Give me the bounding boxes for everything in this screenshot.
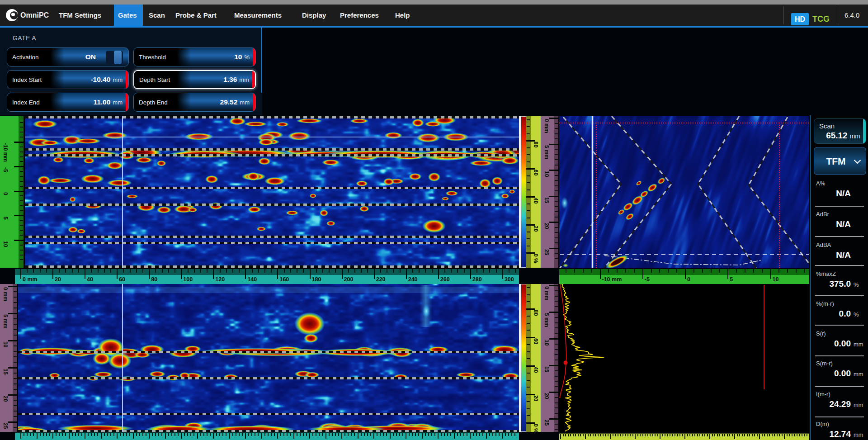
index-ruler-bottom-tick-zone [559,269,809,275]
scan-ruler-label: 300 [505,276,514,283]
measurement-value: 0.00 [834,339,851,349]
readings-list: A%N/AAdBrN/AAdBAN/A%maxZ375.0%%(m-r)0.0%… [811,115,868,440]
depth-ruler-bottom-right-label: 15 [543,366,550,372]
index-ruler-left-label: 0 [2,192,9,195]
gate-field-label: Index Start [12,71,42,89]
depth-ruler-left-label: 20 [2,396,9,402]
gate-field-value-row: 11.00mm [93,93,123,111]
omnipc-logo-dot [11,13,15,16]
index-ruler-bottom-label: -5 [645,276,650,283]
measurement-separator [815,236,864,237]
menu-item-probe-part[interactable]: Probe & Part [175,5,217,26]
depth-ruler-top-right-label: 25 [543,249,550,255]
index-ruler-bottom-label: 10 [773,276,779,283]
hd-badge: HD [791,13,809,25]
gate-panel-title: GATE A [13,34,36,42]
scan-ruler-label: 260 [440,276,450,283]
scan-ruler-label: 160 [279,276,289,283]
index-ruler-left-tick [14,215,24,217]
gate-field-activation[interactable]: ActivationON [7,47,129,66]
gate-field-index-end[interactable]: Index End11.00mm [7,93,129,112]
scan-ruler-tick [502,269,503,279]
scan-ruler-tick [277,269,278,279]
menu-item-help[interactable]: Help [395,5,410,26]
tfm-end-view[interactable] [559,116,809,268]
depth-ruler-top-right: 0 mm5 mm10152025 [541,116,558,268]
depth-ruler-left-label: 5 mm [2,314,9,328]
gate-field-threshold[interactable]: Threshold10% [133,47,256,66]
gate-field-red-bar [253,93,255,111]
scan-ruler-label: 200 [344,276,354,283]
menu-item-preferences[interactable]: Preferences [340,5,379,26]
menu-item-display[interactable]: Display [302,5,326,26]
gate-field-value-row: -10.40mm [90,71,123,89]
menu-item-tfm-settings[interactable]: TFM Settings [59,5,101,26]
cscan-view[interactable] [25,116,519,268]
measurement-unit: mm [854,341,864,348]
index-ruler-left: -10 mm-50510 [0,116,24,268]
scan-ruler-tick [342,269,343,279]
scan-ruler-label: 220 [376,276,386,283]
measurement-item-a: A%N/A [811,180,868,203]
depth-ruler-bottom-right-tick [549,285,558,286]
menu-item-measurements[interactable]: Measurements [234,5,282,26]
scan-ruler-tick [470,269,471,279]
gate-field-red-bar [252,71,255,88]
gate-field-red-bar [126,71,128,89]
depth-ruler-left-tick [8,394,17,396]
readings-sidebar: Scan 65.12 mm TFM A%N/AAdBrN/AAdBAN/A%ma… [811,115,868,440]
scan-ruler-label: 60 [119,276,125,283]
depth-ruler-top-right-tick [549,222,558,223]
gate-field-unit: % [244,54,250,61]
gate-field-depth-start[interactable]: Depth Start1.36mm [133,70,256,89]
scan-ruler-label: 80 [151,276,157,283]
index-ruler-left-tick [14,191,24,192]
tcg-badge-label: TCG [812,14,830,24]
scan-ruler-label: 140 [247,276,257,283]
gate-field-unit: mm [240,99,250,106]
ascan-view[interactable] [559,284,809,432]
bscan-view[interactable] [18,284,519,432]
gate-field-value: 29.52 [220,98,238,106]
menu-item-gates[interactable]: Gates [118,5,137,26]
gate-field-depth-end[interactable]: Depth End29.52mm [133,93,256,112]
scan-ruler: 0 mm204060801001201401601802002202402602… [15,269,519,284]
measurement-value: 375.0 [829,279,851,289]
menubar-separator-1 [783,6,784,24]
amp-ruler-top-label: 20 [533,226,539,232]
depth-ruler-top-right-label: 20 [543,223,550,229]
measurement-value: 12.74 [829,429,851,439]
index-ruler-left-label: -5 [2,167,9,172]
index-ruler-left-label: -10 mm [2,143,9,162]
depth-ruler-bottom-right-label: 10 [543,340,550,345]
measurement-unit: mm [854,402,864,408]
gate-field-red-bar [126,93,128,111]
measurement-label: I(m-r) [816,391,830,397]
scan-ruler-tick [117,269,118,279]
amp-ruler-bottom: 806040200 % [526,284,541,432]
measurement-label: S(r) [816,330,826,337]
measurement-item-sr: S(r)0.00mm [811,330,868,353]
gate-field-label: Index End [12,93,40,111]
depth-ruler-bottom-right-tick [549,312,558,313]
depth-ruler-bottom-right-label: 20 [543,393,550,399]
amp-ruler-top-label: 0 % [533,254,539,263]
index-ruler-left-label: 5 [2,217,9,220]
index-ruler-bottom-label: -10 mm [602,276,622,283]
depth-ruler-bottom-right-label: 25 [543,420,550,426]
measurement-item-adbr: AdBrN/A [811,211,868,233]
gate-field-unit: mm [113,99,123,106]
activation-toggle[interactable] [114,51,122,64]
amp-ruler-top-label: 40 [533,198,539,203]
depth-ruler-bottom-right: 0 mm5 mm10152025 [541,284,558,432]
gate-field-index-start[interactable]: Index Start-10.40mm [7,70,129,89]
index-ruler-bottom-tick [727,269,728,279]
scan-ruler-tick [406,269,407,279]
amp-ruler-top-label: 60 [533,170,539,175]
amp-ruler-top-label: 80 [533,142,539,147]
measurement-separator [815,355,864,356]
menu-item-scan[interactable]: Scan [149,5,165,26]
measurement-value-row: 0.0% [811,309,868,322]
depth-ruler-bottom-right-tick [549,418,558,420]
measurement-separator [815,386,864,387]
